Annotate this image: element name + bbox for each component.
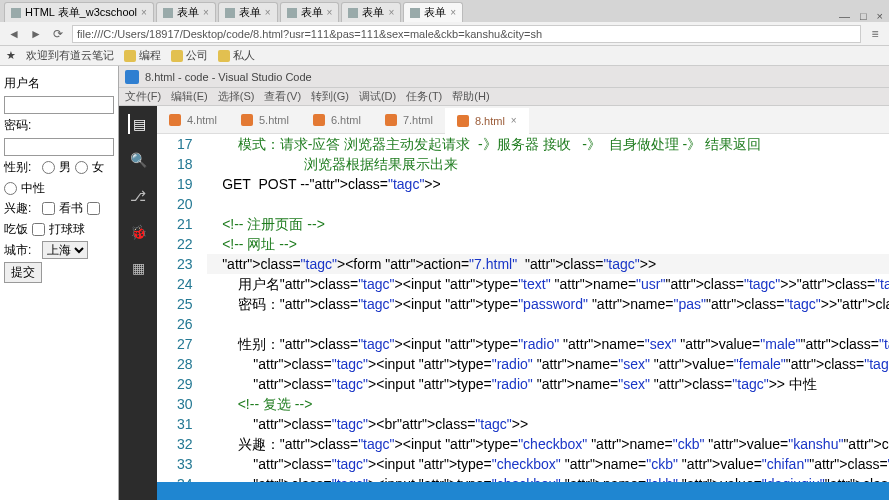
explorer-icon[interactable]: ▤ bbox=[128, 114, 148, 134]
menu-item[interactable]: 转到(G) bbox=[311, 89, 349, 104]
chrome-tab[interactable]: HTML 表单_w3cschool× bbox=[4, 2, 154, 22]
vscode-activity-bar: ▤ 🔍 ⎇ 🐞 ▦ bbox=[119, 106, 157, 500]
chrome-tabstrip: HTML 表单_w3cschool× 表单× 表单× 表单× 表单× 表单× —… bbox=[0, 0, 889, 22]
extensions-icon[interactable]: ▦ bbox=[128, 258, 148, 278]
folder-icon bbox=[218, 50, 230, 62]
chrome-tab[interactable]: 表单× bbox=[341, 2, 401, 22]
chrome-tab[interactable]: 表单× bbox=[156, 2, 216, 22]
menu-item[interactable]: 选择(S) bbox=[218, 89, 255, 104]
submit-button[interactable]: 提交 bbox=[4, 262, 42, 283]
window-controls: — □ × bbox=[839, 10, 889, 22]
menu-icon[interactable]: ≡ bbox=[867, 26, 883, 42]
menu-item[interactable]: 文件(F) bbox=[125, 89, 161, 104]
chrome-tab[interactable]: 表单× bbox=[403, 2, 463, 22]
html-file-icon bbox=[169, 114, 181, 126]
back-icon[interactable]: ◄ bbox=[6, 26, 22, 42]
bookmark-item[interactable]: 欢迎到有道云笔记 bbox=[26, 48, 114, 63]
address-bar: ◄ ► ⟳ file:///C:/Users/18917/Desktop/cod… bbox=[0, 22, 889, 46]
label-hobby: 兴趣: bbox=[4, 200, 38, 217]
menu-item[interactable]: 编辑(E) bbox=[171, 89, 208, 104]
html-file-icon bbox=[241, 114, 253, 126]
html-file-icon bbox=[313, 114, 325, 126]
vscode-menu-bar: 文件(F) 编辑(E) 选择(S) 查看(V) 转到(G) 调试(D) 任务(T… bbox=[119, 88, 889, 106]
menu-item[interactable]: 查看(V) bbox=[264, 89, 301, 104]
folder-icon bbox=[124, 50, 136, 62]
close-icon[interactable]: × bbox=[141, 7, 147, 18]
bookmark-folder[interactable]: 公司 bbox=[171, 48, 208, 63]
reload-icon[interactable]: ⟳ bbox=[50, 26, 66, 42]
hobby-checkbox[interactable] bbox=[32, 223, 45, 236]
username-field[interactable] bbox=[4, 96, 114, 114]
hobby-checkbox[interactable] bbox=[42, 202, 55, 215]
close-icon[interactable]: × bbox=[450, 7, 456, 18]
city-select[interactable]: 上海 bbox=[42, 241, 88, 259]
label-sex: 性别: bbox=[4, 159, 38, 176]
search-icon[interactable]: 🔍 bbox=[128, 150, 148, 170]
minimize-icon[interactable]: — bbox=[839, 10, 850, 22]
html-file-icon bbox=[457, 115, 469, 127]
password-field[interactable] bbox=[4, 138, 114, 156]
close-window-icon[interactable]: × bbox=[877, 10, 883, 22]
menu-item[interactable]: 调试(D) bbox=[359, 89, 396, 104]
chrome-tab[interactable]: 表单× bbox=[280, 2, 340, 22]
url-field[interactable]: file:///C:/Users/18917/Desktop/code/8.ht… bbox=[72, 25, 861, 43]
menu-item[interactable]: 帮助(H) bbox=[452, 89, 489, 104]
html-file-icon bbox=[385, 114, 397, 126]
editor-tabs: 4.html 5.html 6.html 7.html 8.html× bbox=[157, 106, 889, 134]
vscode-window: 8.html - code - Visual Studio Code 文件(F)… bbox=[119, 66, 889, 500]
rendered-page: 用户名 密码: 性别: 男 女 中性 兴趣: 看书 吃饭 打球球 城市: 上海 … bbox=[0, 66, 119, 500]
label-user: 用户名 bbox=[4, 75, 40, 92]
close-icon[interactable]: × bbox=[203, 7, 209, 18]
editor-tab[interactable]: 6.html bbox=[301, 107, 373, 133]
bookmark-folder[interactable]: 私人 bbox=[218, 48, 255, 63]
source-control-icon[interactable]: ⎇ bbox=[128, 186, 148, 206]
hobby-checkbox[interactable] bbox=[87, 202, 100, 215]
editor-tab[interactable]: 4.html bbox=[157, 107, 229, 133]
code-editor[interactable]: 1718192021222324252627282930313233343536… bbox=[157, 134, 889, 482]
sex-male-radio[interactable] bbox=[42, 161, 55, 174]
close-icon[interactable]: × bbox=[327, 7, 333, 18]
menu-item[interactable]: 任务(T) bbox=[406, 89, 442, 104]
label-city: 城市: bbox=[4, 242, 38, 259]
bookmark-folder[interactable]: 编程 bbox=[124, 48, 161, 63]
editor-tab[interactable]: 5.html bbox=[229, 107, 301, 133]
debug-icon[interactable]: 🐞 bbox=[128, 222, 148, 242]
editor-tab[interactable]: 8.html× bbox=[445, 108, 529, 134]
chrome-tab[interactable]: 表单× bbox=[218, 2, 278, 22]
bookmarks-bar: ★ 欢迎到有道云笔记 编程 公司 私人 bbox=[0, 46, 889, 66]
maximize-icon[interactable]: □ bbox=[860, 10, 867, 22]
close-icon[interactable]: × bbox=[511, 115, 517, 126]
sex-female-radio[interactable] bbox=[75, 161, 88, 174]
vscode-title-bar: 8.html - code - Visual Studio Code bbox=[119, 66, 889, 88]
label-password: 密码: bbox=[4, 117, 38, 134]
close-icon[interactable]: × bbox=[388, 7, 394, 18]
editor-tab[interactable]: 7.html bbox=[373, 107, 445, 133]
close-icon[interactable]: × bbox=[265, 7, 271, 18]
sex-neutral-radio[interactable] bbox=[4, 182, 17, 195]
vscode-icon bbox=[125, 70, 139, 84]
vscode-status-bar[interactable] bbox=[157, 482, 889, 500]
folder-icon bbox=[171, 50, 183, 62]
forward-icon[interactable]: ► bbox=[28, 26, 44, 42]
